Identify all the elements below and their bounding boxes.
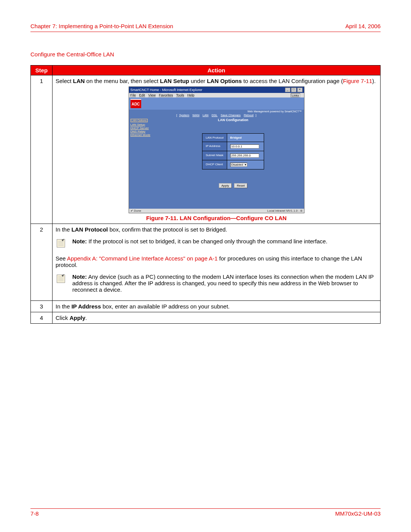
main-panel: LAN Configuration LAN Protocol Bridged I… — [162, 117, 304, 209]
screenshot-window: SmartCNCT Home - Microsoft Internet Expl… — [129, 86, 304, 213]
menu-edit[interactable]: Edit — [139, 93, 145, 97]
dhcp-client-select[interactable]: Disabled▾ — [230, 163, 247, 167]
note-icon — [56, 238, 66, 250]
cfg-value-lanprotocol: Bridged — [230, 136, 242, 139]
table-row: 3 In the IP Address box, enter an availa… — [31, 301, 381, 312]
svg-rect-5 — [57, 275, 65, 283]
sidebar-item-dhcpserver[interactable]: DHCP Server — [131, 126, 161, 130]
cfg-label-ip: IP Address — [202, 142, 227, 151]
adc-logo: ADC — [131, 99, 141, 108]
doc-id: MM70xG2-UM-03 — [335, 510, 381, 517]
svg-rect-0 — [57, 240, 65, 248]
note-text: Note: If the protocol is not set to brid… — [72, 238, 327, 244]
note-block: Note: Any device (such as a PC) connecti… — [56, 273, 377, 293]
step-num: 1 — [31, 75, 53, 224]
appendix-link[interactable]: Appendix A: "Command Line Interface Acce… — [67, 255, 218, 262]
subnet-mask-input[interactable]: 255.255.255.0 — [230, 153, 259, 158]
config-table: LAN Protocol Bridged IP Address 10.0.0.1… — [202, 133, 264, 169]
sidebar-heading: LAN Options — [131, 119, 148, 122]
ip-address-input[interactable]: 10.0.0.1 — [230, 144, 259, 149]
brand-tagline: Web Management powered by SmartCNCT™ — [129, 110, 304, 113]
menu-file[interactable]: File — [131, 93, 136, 97]
th-action: Action — [53, 66, 381, 75]
note-icon — [56, 273, 66, 285]
apply-button[interactable]: Apply — [219, 183, 232, 188]
cfg-label-dhcp: DHCP Client — [202, 160, 227, 169]
window-controls: _ □ × — [285, 88, 303, 92]
sidebar: LAN Options LAN Setup DHCP Server DNS Re… — [129, 117, 162, 209]
minimize-button[interactable]: _ — [285, 88, 290, 92]
cfg-label-subnet: Subnet Mask — [202, 151, 227, 160]
note-block: Note: If the protocol is not set to brid… — [56, 238, 377, 250]
tab-wan[interactable]: WAN — [193, 113, 199, 117]
see-paragraph: See Appendix A: "Command Line Interface … — [56, 255, 377, 268]
figure-link[interactable]: Figure 7-11 — [343, 78, 372, 84]
chevron-down-icon: ▾ — [245, 163, 246, 166]
step-num: 3 — [31, 301, 53, 312]
browser-menubar: File Edit View Favorites Tools Help Link… — [129, 93, 304, 97]
page-date: April 14, 2006 — [345, 23, 381, 29]
page-number: 7-8 — [30, 510, 39, 517]
th-step: Step — [31, 66, 53, 75]
section-title: Configure the Central-Office LAN — [30, 51, 381, 58]
tab-system[interactable]: System — [179, 113, 190, 117]
table-header-row: Step Action — [31, 66, 381, 75]
close-button[interactable]: × — [297, 88, 303, 92]
app-topbar: ADC Web Management powered by SmartCNCT™… — [129, 97, 304, 117]
figure-caption: Figure 7-11. LAN Configuration—Configure… — [56, 215, 377, 221]
page-footer: 7-8 MM70xG2-UM-03 — [30, 508, 381, 517]
step-action: In the LAN Protocol box, confirm that th… — [53, 224, 381, 301]
step-action: Select LAN on the menu bar, then select … — [53, 75, 381, 224]
reset-button[interactable]: Reset — [234, 183, 247, 188]
menu-tools[interactable]: Tools — [176, 93, 184, 97]
step-action: Click Apply. — [53, 312, 381, 324]
step-num: 2 — [31, 224, 53, 301]
tab-reboot[interactable]: Reboot — [244, 113, 254, 117]
tab-savechanges[interactable]: Save Changes — [221, 113, 241, 117]
menu-favorites[interactable]: Favorites — [159, 93, 173, 97]
sidebar-item-lansetup[interactable]: LAN Setup — [131, 123, 161, 126]
app-body: LAN Options LAN Setup DHCP Server DNS Re… — [129, 117, 304, 209]
page: Chapter 7: Implementing a Point-to-Point… — [0, 0, 411, 532]
menu-view[interactable]: View — [148, 93, 156, 97]
step-num: 4 — [31, 312, 53, 324]
status-right: Local intranet MV1.1.0 - B — [267, 209, 303, 212]
sidebar-item-ethernetmode[interactable]: Ethernet Mode — [131, 133, 161, 137]
tab-lan[interactable]: LAN — [202, 113, 209, 117]
panel-title: LAN Configuration — [165, 118, 302, 122]
tab-dsl[interactable]: DSL — [212, 113, 218, 117]
table-row: 4 Click Apply. — [31, 312, 381, 324]
statusbar: ✔ Done Local intranet MV1.1.0 - B — [129, 209, 304, 213]
chapter-title: Chapter 7: Implementing a Point-to-Point… — [30, 23, 173, 29]
cfg-label-lanprotocol: LAN Protocol — [202, 134, 227, 142]
maximize-button[interactable]: □ — [291, 88, 296, 92]
page-header: Chapter 7: Implementing a Point-to-Point… — [30, 23, 381, 32]
table-row: 2 In the LAN Protocol box, confirm that … — [31, 224, 381, 301]
menu-help[interactable]: Help — [187, 93, 194, 97]
nav-tabs: [ System WAN LAN DSL Save Changes Reboot… — [129, 113, 304, 117]
button-row: Apply Reset — [165, 183, 302, 188]
sidebar-item-dnsrelay[interactable]: DNS Relay — [131, 130, 161, 133]
note-text: Note: Any device (such as a PC) connecti… — [72, 273, 377, 293]
window-titlebar: SmartCNCT Home - Microsoft Internet Expl… — [129, 87, 304, 93]
table-row: 1 Select LAN on the menu bar, then selec… — [31, 75, 381, 224]
step-action: In the IP Address box, enter an availabl… — [53, 301, 381, 312]
steps-table: Step Action 1 Select LAN on the menu bar… — [30, 65, 381, 324]
status-left: ✔ Done — [131, 209, 141, 212]
links-button[interactable]: Links — [291, 93, 300, 97]
window-title: SmartCNCT Home - Microsoft Internet Expl… — [131, 88, 202, 92]
